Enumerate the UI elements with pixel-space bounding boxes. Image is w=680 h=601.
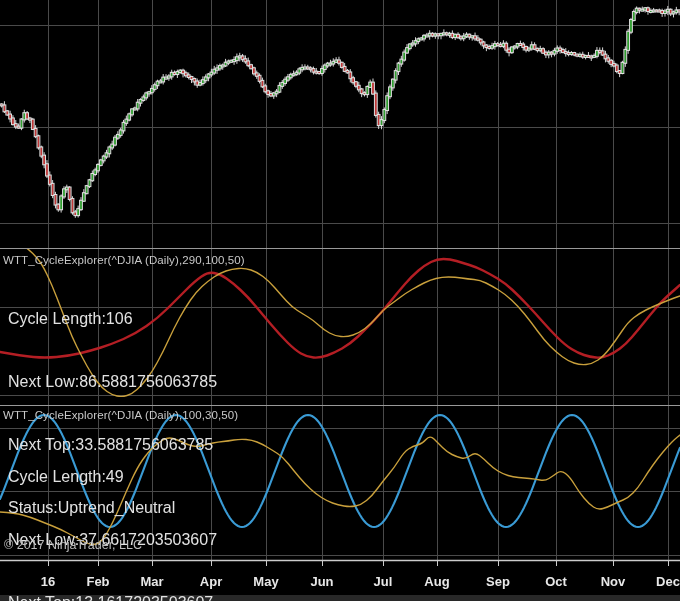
ninjatrader-chart-window: WTT_CycleExplorer(^DJIA (Daily),290,100,… [0,0,680,601]
chart-canvas[interactable] [0,0,680,601]
